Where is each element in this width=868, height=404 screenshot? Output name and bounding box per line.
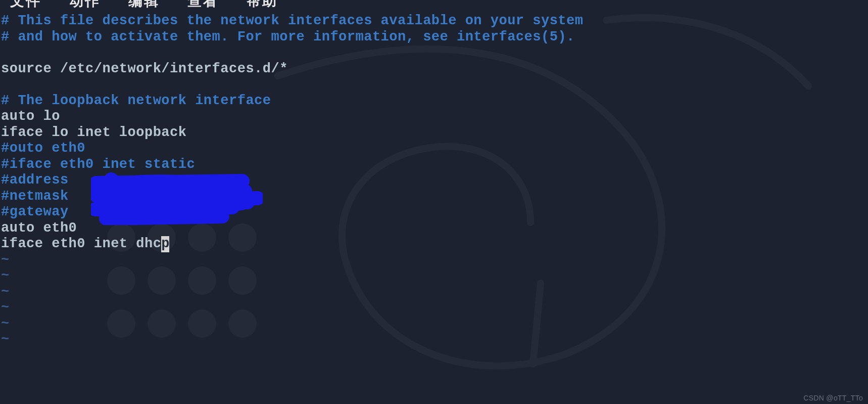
menubar: 文件 动作 编辑 查看 帮助 bbox=[0, 0, 868, 9]
editor-line[interactable]: #iface eth0 inet static bbox=[1, 157, 868, 173]
editor-line[interactable]: #gateway bbox=[1, 204, 868, 220]
empty-line-tilde: ~ bbox=[1, 268, 868, 284]
menu-help[interactable]: 帮助 bbox=[247, 0, 278, 5]
editor-line[interactable]: auto lo bbox=[1, 109, 868, 125]
editor-line[interactable]: source /etc/network/interfaces.d/* bbox=[1, 61, 868, 77]
editor-line[interactable] bbox=[1, 45, 868, 61]
menu-edit[interactable]: 编辑 bbox=[128, 0, 160, 5]
text-editor-viewport[interactable]: # This file describes the network interf… bbox=[0, 9, 868, 348]
empty-line-tilde: ~ bbox=[1, 252, 868, 268]
editor-line[interactable] bbox=[1, 77, 868, 93]
menu-action[interactable]: 动作 bbox=[69, 0, 101, 5]
empty-line-tilde: ~ bbox=[1, 316, 868, 332]
menu-view[interactable]: 查看 bbox=[187, 0, 219, 5]
editor-line[interactable]: #netmask bbox=[1, 189, 868, 205]
editor-line[interactable]: #address bbox=[1, 172, 868, 189]
text-cursor: p bbox=[161, 236, 169, 252]
menu-file[interactable]: 文件 bbox=[10, 0, 41, 5]
empty-line-tilde: ~ bbox=[1, 284, 868, 300]
editor-line[interactable]: # and how to activate them. For more inf… bbox=[1, 29, 868, 46]
editor-line[interactable]: #outo eth0 bbox=[1, 141, 868, 157]
editor-line[interactable]: # The loopback network interface bbox=[1, 93, 868, 109]
editor-line[interactable]: iface lo inet loopback bbox=[1, 125, 868, 141]
editor-line[interactable]: # This file describes the network interf… bbox=[1, 13, 868, 29]
empty-line-tilde: ~ bbox=[1, 332, 868, 348]
empty-line-tilde: ~ bbox=[1, 300, 868, 316]
editor-line[interactable]: auto eth0 bbox=[1, 220, 868, 237]
watermark-text: CSDN @oTT_TTo bbox=[803, 394, 863, 402]
editor-line[interactable]: iface eth0 inet dhcp bbox=[1, 236, 868, 252]
